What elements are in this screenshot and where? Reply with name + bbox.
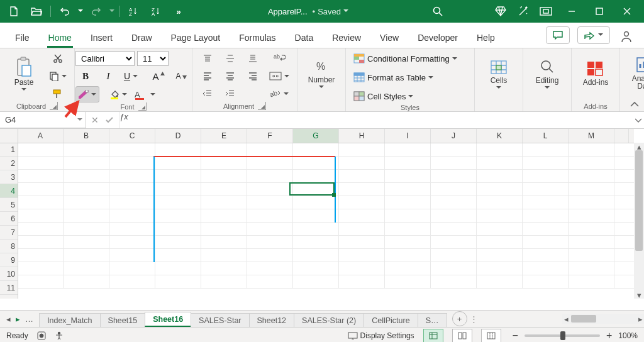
cell[interactable] <box>293 262 339 275</box>
column-headers[interactable]: ABCDEFGHIJKLM <box>18 129 634 143</box>
sort-desc-icon[interactable]: ZA <box>146 1 166 21</box>
number-format-button[interactable]: % Number <box>303 51 340 96</box>
decrease-indent-icon[interactable] <box>197 86 218 101</box>
clipboard-launcher[interactable] <box>50 102 58 110</box>
cell[interactable] <box>109 248 155 262</box>
cell[interactable] <box>523 196 569 209</box>
increase-indent-icon[interactable] <box>220 86 240 101</box>
cell[interactable] <box>18 262 64 275</box>
cell[interactable] <box>155 262 201 275</box>
cell[interactable] <box>569 169 614 183</box>
new-file-icon[interactable] <box>4 1 24 21</box>
cell[interactable] <box>477 169 523 183</box>
row-header[interactable]: 4 <box>0 184 18 198</box>
cell[interactable] <box>247 222 293 236</box>
minimize-button[interactable] <box>558 1 585 21</box>
tab-data[interactable]: Data <box>287 29 321 48</box>
cell[interactable] <box>109 235 155 249</box>
fill-color-button[interactable] <box>107 87 130 102</box>
cell[interactable] <box>293 235 339 249</box>
sort-asc-icon[interactable]: AZ <box>123 1 143 21</box>
cell[interactable] <box>293 156 339 170</box>
cell[interactable] <box>293 275 339 289</box>
cell[interactable] <box>569 222 614 236</box>
cell[interactable] <box>477 143 523 157</box>
cell[interactable] <box>201 169 247 183</box>
cell[interactable] <box>18 143 64 157</box>
cell[interactable] <box>155 248 201 262</box>
cell[interactable] <box>293 222 339 236</box>
cell[interactable] <box>201 196 247 209</box>
tab-draw[interactable]: Draw <box>124 29 160 48</box>
cell[interactable] <box>18 235 64 249</box>
col-header[interactable]: G <box>293 129 339 143</box>
vertical-scrollbar[interactable]: ▴ ▾ <box>634 143 644 299</box>
cell[interactable] <box>477 209 523 223</box>
vscroll-thumb[interactable] <box>635 150 643 251</box>
cell[interactable] <box>477 222 523 236</box>
cell[interactable] <box>109 143 155 157</box>
sheet-tab[interactable]: Index_Match <box>39 313 101 327</box>
redo-dropdown[interactable] <box>109 9 115 13</box>
cell[interactable] <box>339 222 385 236</box>
cell[interactable] <box>523 209 569 223</box>
cell[interactable] <box>247 169 293 183</box>
zoom-level[interactable]: 100% <box>618 331 638 340</box>
align-center-icon[interactable] <box>220 69 240 84</box>
cells-button[interactable]: Cells <box>480 51 518 96</box>
zoom-in-button[interactable]: + <box>604 330 614 341</box>
cell[interactable] <box>339 235 385 249</box>
cell[interactable] <box>201 262 247 275</box>
col-header[interactable]: B <box>64 129 109 143</box>
cell[interactable] <box>64 262 109 275</box>
underline-button[interactable]: U <box>121 69 141 84</box>
view-pagebreak-button[interactable] <box>481 329 501 342</box>
align-right-icon[interactable] <box>243 69 263 84</box>
cell[interactable] <box>155 143 201 157</box>
cell[interactable] <box>109 182 155 196</box>
select-all-corner[interactable] <box>0 129 18 143</box>
row-header[interactable]: 11 <box>0 281 18 295</box>
account-icon[interactable] <box>616 29 636 44</box>
cell[interactable] <box>64 248 109 262</box>
cell[interactable] <box>569 196 614 209</box>
col-header[interactable]: A <box>18 129 64 143</box>
cell[interactable] <box>385 275 431 289</box>
cell[interactable] <box>155 222 201 236</box>
row-header[interactable]: 7 <box>0 226 18 240</box>
grow-font-icon[interactable]: A <box>148 69 169 84</box>
cancel-formula-icon[interactable]: ✕ <box>91 115 99 125</box>
cell[interactable] <box>64 182 109 196</box>
cell[interactable] <box>385 156 431 170</box>
cell[interactable] <box>431 222 477 236</box>
cell[interactable] <box>155 209 201 223</box>
sheet-nav-prev-icon[interactable]: ◂ <box>6 314 11 324</box>
borders-button[interactable] <box>75 86 99 102</box>
cell[interactable] <box>247 143 293 157</box>
col-header[interactable]: K <box>477 129 523 143</box>
cell[interactable] <box>569 143 614 157</box>
cells-area[interactable] <box>18 143 634 299</box>
cell[interactable] <box>201 275 247 289</box>
tab-home[interactable]: Home <box>41 29 79 48</box>
cell[interactable] <box>339 169 385 183</box>
format-as-table-button[interactable]: Format as Table <box>351 70 469 85</box>
formula-input[interactable] <box>136 112 633 128</box>
cell[interactable] <box>293 169 339 183</box>
cell[interactable] <box>523 262 569 275</box>
wand-icon[interactable] <box>513 1 533 21</box>
display-settings-button[interactable]: Display Settings <box>348 331 414 340</box>
cell[interactable] <box>523 143 569 157</box>
macro-record-icon[interactable] <box>37 331 46 340</box>
cell[interactable] <box>64 235 109 249</box>
cell[interactable] <box>339 209 385 223</box>
italic-button[interactable]: I <box>98 69 118 84</box>
cell[interactable] <box>431 143 477 157</box>
sheet-tab[interactable]: SALES-Star (2) <box>294 313 364 327</box>
active-cell[interactable] <box>289 182 335 196</box>
diamond-icon[interactable] <box>491 1 511 21</box>
cell[interactable] <box>385 209 431 223</box>
zoom-out-button[interactable]: − <box>510 330 521 341</box>
cell[interactable] <box>431 248 477 262</box>
cell[interactable] <box>18 209 64 223</box>
